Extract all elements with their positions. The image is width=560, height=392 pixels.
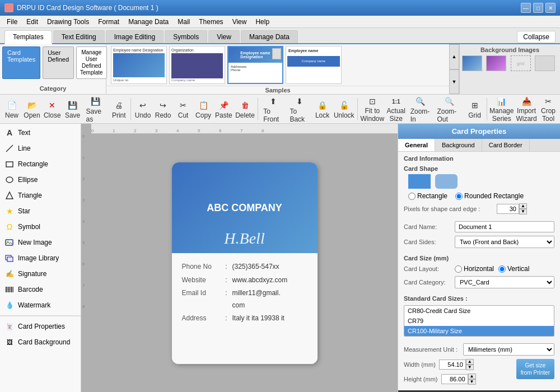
close-button[interactable]: ✕ xyxy=(545,3,556,13)
toolbar-lock[interactable]: 🔒 Lock xyxy=(313,97,332,121)
toolbar-paste[interactable]: 📌 Paste xyxy=(214,97,234,121)
menu-themes[interactable]: Themes xyxy=(194,17,227,27)
prop-tab-card-border[interactable]: Card Border xyxy=(482,139,530,151)
tool-rectangle[interactable]: Rectangle xyxy=(0,156,81,172)
pixels-value-input[interactable] xyxy=(497,204,519,214)
toolbar-zoom-out[interactable]: 🔍 Zoom-Out xyxy=(434,95,464,124)
toolbar-undo[interactable]: ↩ Undo xyxy=(133,97,152,121)
menu-view[interactable]: View xyxy=(228,17,251,27)
toolbar-fit[interactable]: ⊡ Fit toWindow xyxy=(360,95,385,124)
tab-view[interactable]: View xyxy=(208,30,240,43)
tool-star[interactable]: ★ Star xyxy=(0,203,81,219)
manage-user-defined-button[interactable]: ManageUserDefinedTemplate xyxy=(76,46,107,79)
std-size-cr80[interactable]: CR80-Credit Card Size xyxy=(404,306,554,316)
bg-thumb-4[interactable] xyxy=(535,55,555,71)
toolbar-open[interactable]: 📂 Open xyxy=(22,97,41,121)
width-spinner[interactable]: ▲ ▼ xyxy=(439,359,474,370)
toolbar-save-as[interactable]: 💾 Save as xyxy=(83,95,109,124)
toolbar-print[interactable]: 🖨 Print xyxy=(109,97,128,121)
toolbar-save[interactable]: 💾 Save xyxy=(63,97,82,121)
toolbar-grid[interactable]: ⊞ Grid xyxy=(465,97,484,121)
sample-thumb-3[interactable]: Employee nameDesignation AddressesPhone xyxy=(227,46,283,84)
menu-edit[interactable]: Edit xyxy=(22,17,43,27)
toolbar-import[interactable]: 📥 ImportWizard xyxy=(515,95,538,124)
radio-horizontal[interactable]: Horizontal xyxy=(455,265,494,273)
get-from-printer-button[interactable]: Get sizefrom Printer xyxy=(516,359,554,379)
bg-thumb-1[interactable] xyxy=(462,55,482,71)
toolbar-zoom-in[interactable]: 🔍 Zoom-In xyxy=(408,95,433,124)
menu-format[interactable]: Format xyxy=(94,17,124,27)
height-spinner[interactable]: ▲ ▼ xyxy=(441,374,476,385)
card-name-input[interactable] xyxy=(455,221,554,232)
toolbar-crop[interactable]: ✂ CropTool xyxy=(539,95,558,124)
tool-signature[interactable]: ✍ Signature xyxy=(0,266,81,282)
tab-image-editing[interactable]: Image Editing xyxy=(106,30,164,43)
toolbar-copy[interactable]: 📋 Copy xyxy=(194,97,213,121)
bg-thumb-2[interactable] xyxy=(486,55,506,71)
tool-ellipse[interactable]: Ellipse xyxy=(0,172,81,188)
width-value-input[interactable] xyxy=(439,360,466,370)
pixels-spin-up[interactable]: ▲ xyxy=(519,203,527,209)
tab-manage-data[interactable]: Manage Data xyxy=(241,30,298,43)
tool-line[interactable]: Line xyxy=(0,141,81,156)
prop-tab-general[interactable]: General xyxy=(398,139,435,151)
cat-user-defined[interactable]: User Defined xyxy=(43,46,74,79)
toolbar-delete[interactable]: 🗑 Delete xyxy=(235,97,256,121)
radio-horizontal-input[interactable] xyxy=(455,265,462,273)
tool-barcode[interactable]: Barcode xyxy=(0,282,81,297)
tool-image-library[interactable]: Image Library xyxy=(0,250,81,266)
menu-manage-data[interactable]: Manage Data xyxy=(124,17,173,27)
toolbar-to-back[interactable]: ⬇ To Back xyxy=(287,95,311,124)
tab-symbols[interactable]: Symbols xyxy=(165,30,207,43)
toolbar-to-front[interactable]: ⬆ To Front xyxy=(260,95,286,124)
width-spin-down[interactable]: ▼ xyxy=(466,365,474,370)
tab-templates[interactable]: Templates xyxy=(4,30,52,44)
toolbar-unlock[interactable]: 🔓 Unlock xyxy=(333,97,355,121)
pixels-spin-down[interactable]: ▼ xyxy=(519,209,527,214)
collapse-button[interactable]: Collapse xyxy=(517,31,556,43)
std-size-cr100[interactable]: CR100-Military Size xyxy=(404,326,554,336)
samples-scroll-up[interactable]: ▲ xyxy=(449,44,459,69)
toolbar-series[interactable]: 📊 ManageSeries xyxy=(489,95,514,124)
radio-vertical-input[interactable] xyxy=(498,265,506,273)
menu-file[interactable]: File xyxy=(2,17,22,27)
minimize-button[interactable]: — xyxy=(521,3,531,13)
std-size-cr79[interactable]: CR79 xyxy=(404,316,554,326)
menu-drawing-tools[interactable]: Drawing Tools xyxy=(43,17,94,27)
tool-card-properties[interactable]: 🃏 Card Properties xyxy=(0,319,81,334)
window-controls[interactable]: — □ ✕ xyxy=(521,3,556,13)
tool-new-image[interactable]: New Image xyxy=(0,235,81,250)
cat-card-templates[interactable]: Card Templates xyxy=(2,46,40,79)
toolbar-actual[interactable]: 1:1 ActualSize xyxy=(386,95,407,124)
card-category-select[interactable]: PVC_Card Paper_Card xyxy=(455,276,554,288)
height-value-input[interactable] xyxy=(441,374,468,384)
pixels-spinner[interactable]: ▲ ▼ xyxy=(497,203,527,214)
tab-text-editing[interactable]: Text Editing xyxy=(53,30,105,43)
bg-thumb-3[interactable]: grid xyxy=(511,55,531,71)
samples-scroll-down[interactable]: ▼ xyxy=(449,69,459,95)
tool-text[interactable]: A Text xyxy=(0,125,81,141)
card-sides-select[interactable]: Two (Front and Back) One (Front only) xyxy=(455,236,554,248)
menu-help[interactable]: Help xyxy=(251,17,274,27)
height-spin-down[interactable]: ▼ xyxy=(468,379,476,385)
tool-watermark[interactable]: 💧 Watermark xyxy=(0,297,81,313)
tool-symbol[interactable]: Ω Symbol xyxy=(0,219,81,235)
sample-thumb-2[interactable]: Organization Company name xyxy=(169,46,225,84)
sample-thumb-1[interactable]: Employee name Designation Unique no xyxy=(111,46,167,84)
toolbar-close[interactable]: ✕ Close xyxy=(43,97,62,121)
prop-tab-background[interactable]: Background xyxy=(435,139,482,151)
toolbar-new[interactable]: 📄 New xyxy=(2,97,21,121)
toolbar-redo[interactable]: ↪ Redo xyxy=(153,97,172,121)
radio-rounded[interactable]: Rounded Rectangle xyxy=(455,192,524,200)
menu-mail[interactable]: Mail xyxy=(173,17,194,27)
maximize-button[interactable]: □ xyxy=(533,3,543,13)
measurement-select[interactable]: Milimeters (mm) Inches (in) xyxy=(463,343,554,356)
toolbar-cut[interactable]: ✂ Cut xyxy=(174,97,193,121)
radio-rectangle-input[interactable] xyxy=(408,193,416,200)
tool-triangle[interactable]: Triangle xyxy=(0,188,81,203)
radio-rectangle[interactable]: Rectangle xyxy=(408,192,447,200)
card-canvas[interactable]: ABC COMPANY H.Bell Phone No : (325)365-5… xyxy=(172,162,318,364)
width-spin-up[interactable]: ▲ xyxy=(466,359,474,365)
sample-thumb-4[interactable]: Employee name Company name xyxy=(286,46,342,84)
tool-card-background[interactable]: 🖼 Card Background xyxy=(0,334,81,350)
